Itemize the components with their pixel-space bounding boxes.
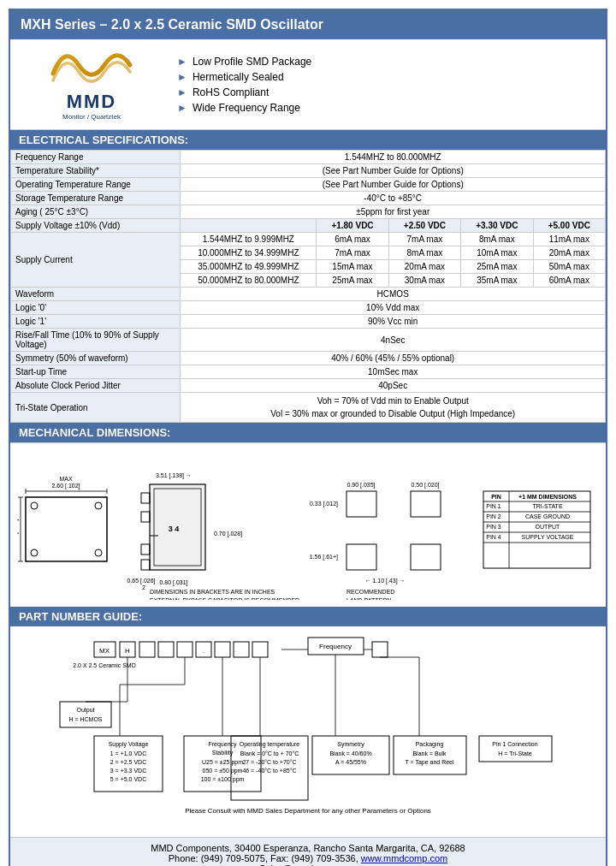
svg-point-14 [95,549,102,556]
electrical-specs-table: Frequency Range 1.544MHZ to 80.000MHZ Te… [10,150,606,423]
svg-text:Supply Voltage: Supply Voltage [109,741,149,748]
svg-text:0.50 [.020]: 0.50 [.020] [411,482,439,489]
svg-rect-68 [234,642,249,657]
svg-text:Blank = 40/60%: Blank = 40/60% [329,750,371,756]
contact-info: Phone: (949) 709-5075, Fax: (949) 709-35… [15,853,601,863]
mechanical-diagram: 2.60 [.102] MAX 2.10 [.083] MAX 3 4 [17,450,599,600]
svg-text:SUPPLY VOLTAGE: SUPPLY VOLTAGE [522,534,574,540]
svg-text:3.51 [.138] →: 3.51 [.138] → [156,472,192,479]
svg-text:← 1.10 [.43] →: ← 1.10 [.43] → [364,578,405,584]
svg-text:.: . [203,648,204,654]
part-number-svg: MX H . Frequency 2.0 X 2.5 Ceramic SMD [17,633,599,830]
svg-point-11 [31,502,38,509]
svg-rect-30 [411,491,441,517]
svg-rect-62 [139,642,155,657]
logo-subtext: Monitor / Quartztek [62,113,121,121]
table-row: Waveform HCMOS [11,288,606,301]
svg-text:PIN 3: PIN 3 [486,524,501,530]
svg-text:2: 2 [142,584,145,590]
svg-text:EXTERNAL BYPASS CAPACITOR IS R: EXTERNAL BYPASS CAPACITOR IS RECOMMENDED [150,597,299,600]
svg-text:PIN 4: PIN 4 [486,534,501,540]
svg-text:Frequency: Frequency [208,741,237,748]
svg-rect-67 [215,642,230,657]
svg-text:Blank = Bulk: Blank = Bulk [412,750,447,756]
svg-rect-31 [411,544,441,570]
svg-rect-78 [60,702,111,727]
svg-text:3 = +3.3 VDC: 3 = +3.3 VDC [110,768,146,774]
feature-1: ► Low Profile SMD Package [177,56,593,68]
svg-text:TRI-STATE: TRI-STATE [532,503,562,509]
svg-text:H = Tri-State: H = Tri-State [498,750,532,756]
svg-rect-69 [252,642,268,657]
svg-text:2.0 X 2.5 Ceramic SMD: 2.0 X 2.5 Ceramic SMD [73,662,136,668]
svg-text:Pin 1 Connection: Pin 1 Connection [492,741,537,747]
svg-text:MX: MX [99,647,110,655]
svg-text:LAND PATTERN: LAND PATTERN [346,597,391,600]
svg-text:Please Consult with MMD Sales : Please Consult with MMD Sales Department… [185,807,431,815]
table-row: Rise/Fall Time (10% to 90% of Supply Vol… [11,329,606,352]
svg-text:PIN 1: PIN 1 [486,503,501,509]
logo-text: MMD [67,91,117,113]
svg-text:A = 45/55%: A = 45/55% [335,759,366,765]
feature-3: ► RoHS Compliant [177,86,593,98]
part-number-diagram: MX H . Frequency 2.0 X 2.5 Ceramic SMD [10,626,606,837]
svg-rect-64 [177,642,192,657]
svg-text:U25 = ±25 ppm: U25 = ±25 ppm [202,759,243,766]
svg-text:2.10 [.083]: 2.10 [.083] [17,519,19,547]
website-link[interactable]: www.mmdcomp.com [361,853,447,863]
svg-rect-17 [141,493,150,503]
svg-text:Output: Output [76,707,94,714]
svg-rect-19 [141,544,150,555]
svg-text:0.90 [.035]: 0.90 [.035] [346,482,375,489]
svg-text:2 = +2.5 VDC: 2 = +2.5 VDC [110,759,146,765]
svg-text:DIMENSIONS IN BRACKETS ARE IN : DIMENSIONS IN BRACKETS ARE IN INCHES [150,589,275,595]
company-info: MMD Components, 30400 Esperanza, Rancho … [15,843,601,853]
svg-text:Blank = 0°C to + 70°C: Blank = 0°C to + 70°C [240,750,299,756]
arrow-icon-2: ► [177,71,187,83]
table-row: Tri-State Operation Voh = 70% of Vdd min… [11,393,606,423]
table-row: Operating Temperature Range (See Part Nu… [11,178,606,192]
footer-info: MMD Components, 30400 Esperanza, Rancho … [10,837,606,866]
svg-text:050 = ±50 ppm: 050 = ±50 ppm [203,768,243,774]
table-row: Aging ( 25°C ±3°C) ±5ppm for first year [11,205,606,219]
svg-text:CASE GROUND: CASE GROUND [525,513,570,519]
svg-rect-20 [141,560,150,570]
feature-2: ► Hermetically Sealed [177,71,593,83]
svg-text:2.60 [.102]: 2.60 [.102] [51,483,80,489]
svg-text:Stability: Stability [212,750,234,756]
feature-4: ► Wide Frequency Range [177,102,593,114]
svg-text:Frequency: Frequency [319,643,352,650]
table-row: Absolute Clock Period Jitter 40pSec [11,379,606,393]
svg-text:+1 MM DIMENSIONS: +1 MM DIMENSIONS [518,494,577,500]
svg-text:Operating temperature: Operating temperature [240,741,300,748]
partguide-section-header: PART NUMBER GUIDE: [10,607,606,626]
svg-rect-29 [346,544,376,570]
svg-text:RECOMMENDED: RECOMMENDED [346,589,394,595]
arrow-icon-3: ► [177,86,187,98]
svg-text:H = HCMOS: H = HCMOS [68,716,102,722]
table-row: Symmetry (50% of waveform) 40% / 60% (45… [11,352,606,365]
svg-point-13 [95,502,102,509]
svg-text:0.33 [.012]: 0.33 [.012] [310,501,338,507]
svg-text:T = Tape and Reel: T = Tape and Reel [405,759,454,766]
svg-text:100 = ±100 ppm: 100 = ±100 ppm [201,776,245,783]
table-row: Temperature Stability* (See Part Number … [11,164,606,178]
arrow-icon-4: ► [177,102,187,114]
svg-text:PIN 2: PIN 2 [486,513,501,519]
page-title: MXH Series – 2.0 x 2.5 Ceramic SMD Oscil… [10,10,606,39]
svg-text:46 = -40°C to +85°C: 46 = -40°C to +85°C [242,768,296,774]
svg-text:Symmetry: Symmetry [337,741,364,748]
table-row: Frequency Range 1.544MHZ to 80.000MHZ [11,151,606,164]
svg-rect-28 [346,491,376,517]
mechanical-section-header: MECHANICAL DIMENSIONS: [10,423,606,442]
logo-wave-icon [49,48,134,91]
table-row: Logic '1' 90% Vcc min [11,315,606,329]
table-row: Storage Temperature Range -40°C to +85°C [11,192,606,205]
svg-rect-18 [141,512,150,522]
svg-text:1.56 [.61+]: 1.56 [.61+] [310,554,338,561]
svg-text:MAX: MAX [59,476,73,482]
svg-rect-74 [372,642,388,657]
svg-text:1 = +1.0 VDC: 1 = +1.0 VDC [110,750,146,756]
svg-text:27 = -20°C to +70°C: 27 = -20°C to +70°C [242,759,296,765]
arrow-icon-1: ► [177,56,187,68]
